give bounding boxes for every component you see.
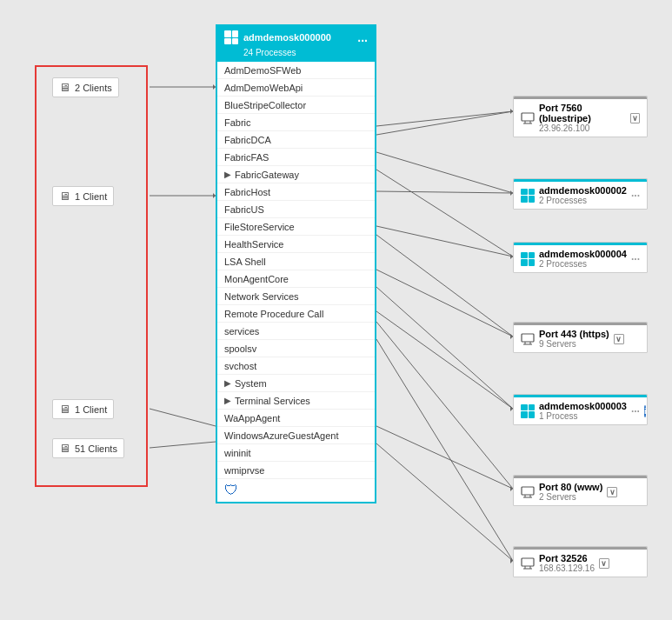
svg-line-9 [376, 270, 513, 337]
node-subtitle: 9 Servers [539, 339, 609, 349]
more-options-icon[interactable]: ··· [631, 253, 640, 265]
list-item[interactable]: LSA Shell [217, 253, 375, 270]
svg-line-8 [376, 226, 513, 257]
node-title: admdemosk000002 [539, 185, 627, 196]
list-item[interactable]: ▶Terminal Services [217, 392, 375, 410]
svg-line-5 [150, 442, 216, 448]
admdemosf000003-node[interactable]: admdemosk000003 1 Process ··· i [513, 394, 648, 425]
list-item[interactable]: FabricDCA [217, 131, 375, 149]
node-header: admdemosk000002 2 Processes ··· [514, 182, 647, 209]
node-subtitle: 168.63.129.16 [539, 563, 595, 573]
svg-line-17 [376, 287, 513, 409]
node-subtitle: 2 Servers [539, 492, 602, 502]
process-panel-header: admdemosk000000 ... [217, 27, 375, 48]
node-title: Port 80 (www) [539, 482, 602, 492]
svg-line-10 [376, 311, 513, 409]
windows-icon [521, 404, 535, 418]
list-item[interactable]: FabricFAS [217, 149, 375, 166]
port-7560-node[interactable]: Port 7560 (bluestripe) 23.96.26.100 ∨ [513, 96, 648, 137]
list-item[interactable]: wmiprvse [217, 462, 375, 479]
svg-line-6 [376, 111, 513, 126]
port-32526-node[interactable]: Port 32526 168.63.129.16 ∨ [513, 546, 648, 577]
list-item[interactable]: AdmDemoSFWeb [217, 62, 375, 79]
port-443-node[interactable]: Port 443 (https) 9 Servers ∨ [513, 322, 648, 353]
svg-line-15 [376, 170, 513, 257]
monitor-icon: 🖥 [59, 442, 70, 455]
node-title: Port 32526 [539, 553, 595, 563]
arrow-icon: ▶ [224, 170, 231, 179]
monitor-icon [521, 486, 535, 498]
node-title: Port 443 (https) [539, 329, 609, 339]
expand-icon[interactable]: ∨ [630, 113, 640, 123]
list-item[interactable]: WindowsAzureGuestAgent [217, 427, 375, 444]
client-node-1b[interactable]: 🖥 1 Client [52, 399, 114, 419]
list-item[interactable]: Remote Procedure Call [217, 305, 375, 323]
client-node-51[interactable]: 🖥 51 Clients [52, 438, 124, 458]
list-item[interactable]: HealthService [217, 236, 375, 253]
list-item[interactable]: FileStoreService [217, 218, 375, 236]
list-item[interactable]: BlueStripeCollector [217, 97, 375, 114]
admdemosf000002-node[interactable]: admdemosk000002 2 Processes ··· [513, 178, 648, 210]
more-options-icon[interactable]: ··· [631, 405, 640, 417]
client-node-1a[interactable]: 🖥 1 Client [52, 186, 114, 206]
svg-line-18 [376, 322, 513, 489]
svg-line-13 [376, 111, 513, 135]
list-item[interactable]: FabricUS [217, 201, 375, 218]
info-badge: i [644, 405, 647, 417]
diagram-container: 🖥 2 Clients 🖥 1 Client 🖥 1 Client 🖥 51 C… [0, 0, 672, 620]
expand-icon[interactable]: ∨ [607, 487, 617, 497]
expand-icon[interactable]: ∨ [599, 558, 609, 569]
list-item[interactable]: Network Services [217, 288, 375, 305]
process-list: AdmDemoSFWeb AdmDemoWebApi BlueStripeCol… [217, 62, 375, 479]
list-item[interactable]: svchost [217, 357, 375, 375]
node-header: Port 443 (https) 9 Servers ∨ [514, 325, 647, 352]
arrow-icon: ▶ [224, 378, 231, 388]
list-item[interactable]: FabricHost [217, 183, 375, 201]
client-label: 51 Clients [75, 443, 117, 454]
svg-rect-29 [522, 113, 534, 121]
client-label: 2 Clients [75, 83, 112, 93]
node-title: Port 7560 (bluestripe) [539, 103, 626, 123]
node-subtitle: 1 Process [539, 411, 627, 421]
monitor-icon [521, 112, 535, 124]
node-subtitle: 2 Processes [539, 259, 627, 269]
list-item[interactable]: services [217, 323, 375, 340]
svg-line-12 [376, 443, 513, 561]
admdemosf000004-node[interactable]: admdemosk000004 2 Processes ··· [513, 242, 648, 273]
monitor-icon [521, 557, 535, 570]
process-count: 24 Processes [217, 48, 375, 62]
process-panel-footer: 🛡 [217, 479, 375, 502]
shield-icon: 🛡 [224, 483, 238, 498]
client-label: 1 Client [75, 404, 107, 415]
clients-panel [35, 65, 148, 487]
process-panel-title: admdemosk000000 [243, 32, 331, 43]
windows-icon [521, 189, 535, 203]
list-item[interactable]: AdmDemoWebApi [217, 79, 375, 97]
svg-line-11 [376, 426, 513, 489]
list-item[interactable]: MonAgentCore [217, 270, 375, 288]
monitor-icon [521, 333, 535, 345]
arrow-icon: ▶ [224, 396, 231, 405]
svg-line-7 [376, 191, 513, 193]
list-item[interactable]: WaAppAgent [217, 410, 375, 427]
expand-icon[interactable]: ∨ [614, 334, 624, 344]
list-item[interactable]: wininit [217, 444, 375, 462]
node-subtitle: 2 Processes [539, 196, 627, 205]
client-label: 1 Client [75, 191, 107, 202]
svg-line-4 [150, 409, 216, 426]
process-panel: admdemosk000000 ... 24 Processes AdmDemo… [216, 24, 376, 503]
client-node-2[interactable]: 🖥 2 Clients [52, 77, 119, 97]
more-options-icon[interactable]: ··· [631, 190, 640, 202]
windows-icon [521, 252, 535, 266]
port-80-node[interactable]: Port 80 (www) 2 Servers ∨ [513, 475, 648, 506]
list-item[interactable]: Fabric [217, 114, 375, 131]
svg-rect-41 [522, 558, 534, 566]
monitor-icon: 🖥 [59, 403, 70, 416]
list-item[interactable]: ▶System [217, 375, 375, 392]
list-item[interactable]: ▶FabricGateway [217, 166, 375, 183]
node-header: Port 32526 168.63.129.16 ∨ [514, 550, 647, 577]
node-header: Port 80 (www) 2 Servers ∨ [514, 478, 647, 505]
more-options-icon[interactable]: ... [357, 30, 368, 44]
svg-line-19 [376, 339, 513, 561]
list-item[interactable]: spoolsv [217, 340, 375, 357]
